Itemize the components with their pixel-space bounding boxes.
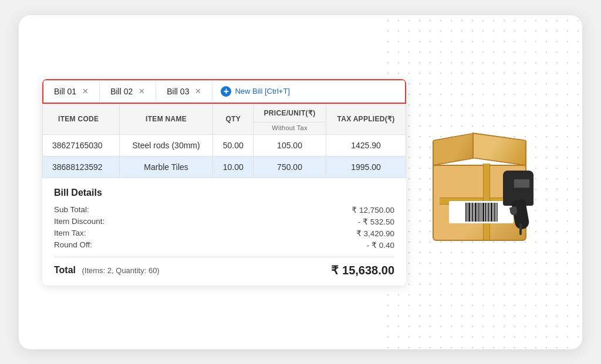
- tab-bill03[interactable]: Bill 03 ✕: [156, 81, 212, 102]
- row1-name: Steel rods (30mm): [119, 134, 213, 156]
- detail-row-subtotal: Sub Total: ₹ 12,750.00: [54, 204, 394, 216]
- col-price: PRICE/UNIT(₹) Without Tax: [253, 104, 326, 134]
- new-bill-label: New Bill [Ctrl+T]: [235, 87, 290, 96]
- new-bill-tab[interactable]: + New Bill [Ctrl+T]: [212, 80, 298, 103]
- detail-row-roundoff: Round Off: - ₹ 0.40: [54, 239, 394, 251]
- total-label: Total (Items: 2, Quantity: 60): [54, 265, 160, 275]
- box-lid-right: [472, 132, 526, 166]
- roundoff-value: - ₹ 0.40: [367, 240, 394, 250]
- tax-value: ₹ 3,420.90: [356, 229, 394, 238]
- items-table: ITEM CODE ITEM NAME QTY PRICE/UNIT(₹) Wi…: [42, 104, 406, 178]
- bc-line: [493, 203, 494, 222]
- tab-bill02-label: Bill 02: [110, 87, 133, 96]
- col-item-name: ITEM NAME: [119, 104, 213, 134]
- bill-panel: Bill 01 ✕ Bill 02 ✕ Bill 03 ✕ + New Bill…: [42, 79, 406, 285]
- bc-line: [494, 203, 495, 222]
- discount-label: Item Discount:: [54, 217, 104, 226]
- gun-window: [514, 179, 530, 188]
- plus-circle-icon: +: [221, 86, 231, 97]
- tab-bill01-close[interactable]: ✕: [82, 87, 89, 96]
- outer-container: Bill 01 ✕ Bill 02 ✕ Bill 03 ✕ + New Bill…: [19, 15, 582, 349]
- col-qty: QTY: [213, 104, 253, 134]
- total-items-info: (Items: 2, Quantity: 60): [82, 266, 159, 275]
- subtotal-label: Sub Total:: [54, 205, 89, 215]
- bc-line: [477, 203, 478, 222]
- row1-price: 105.00: [253, 134, 326, 156]
- row2-price: 750.00: [253, 156, 326, 178]
- bill-details-title: Bill Details: [54, 188, 394, 198]
- bc-line: [480, 203, 481, 222]
- bc-line: [474, 203, 474, 222]
- bc-line: [478, 203, 480, 222]
- bc-line: [496, 203, 497, 222]
- tab-bill01-label: Bill 01: [54, 87, 76, 96]
- tab-bill02-close[interactable]: ✕: [139, 87, 145, 96]
- bc-line: [491, 203, 492, 222]
- row2-code: 38688123592: [43, 156, 120, 178]
- bc-line: [471, 203, 471, 222]
- bc-line: [487, 203, 487, 222]
- detail-row-tax: Item Tax: ₹ 3,420.90: [54, 227, 394, 239]
- table-row[interactable]: 38688123592 Marble Tiles 10.00 750.00 19…: [43, 156, 406, 178]
- tab-bill03-label: Bill 03: [167, 87, 189, 96]
- row1-qty: 50.00: [213, 134, 253, 156]
- tax-label: Item Tax:: [54, 229, 86, 238]
- gun-cable: [519, 223, 522, 235]
- bc-line: [472, 203, 473, 222]
- bc-line: [481, 203, 482, 222]
- bc-line: [475, 203, 477, 222]
- tabs-row: Bill 01 ✕ Bill 02 ✕ Bill 03 ✕ + New Bill…: [42, 79, 406, 104]
- bc-line: [485, 203, 486, 222]
- bc-line: [488, 203, 489, 222]
- box-lid-left: [433, 132, 474, 165]
- total-row: Total (Items: 2, Quantity: 60) ₹ 15,638.…: [54, 257, 394, 277]
- table-header-row: ITEM CODE ITEM NAME QTY PRICE/UNIT(₹) Wi…: [43, 104, 406, 134]
- illustration: [406, 94, 559, 270]
- total-value: ₹ 15,638.00: [331, 263, 394, 277]
- row1-tax: 1425.90: [326, 134, 406, 156]
- bc-line: [467, 203, 468, 222]
- row1-code: 38627165030: [43, 134, 120, 156]
- bc-line: [489, 203, 490, 222]
- row2-name: Marble Tiles: [119, 156, 213, 178]
- discount-value: - ₹ 532.50: [358, 217, 394, 226]
- subtotal-value: ₹ 12,750.00: [352, 205, 394, 215]
- tab-bill02[interactable]: Bill 02 ✕: [100, 81, 156, 102]
- col-item-code: ITEM CODE: [43, 104, 120, 134]
- scanner-gun: [497, 171, 544, 235]
- row2-tax: 1995.00: [326, 156, 406, 178]
- tab-bill03-close[interactable]: ✕: [195, 87, 201, 96]
- detail-row-discount: Item Discount: - ₹ 532.50: [54, 216, 394, 227]
- table-row[interactable]: 38627165030 Steel rods (30mm) 50.00 105.…: [43, 134, 406, 156]
- row2-qty: 10.00: [213, 156, 253, 178]
- bill-details: Bill Details Sub Total: ₹ 12,750.00 Item…: [42, 178, 406, 285]
- tab-bill01[interactable]: Bill 01 ✕: [43, 81, 100, 102]
- bc-line: [468, 203, 470, 222]
- col-tax: TAX APPLIED(₹): [326, 104, 406, 134]
- roundoff-label: Round Off:: [54, 240, 92, 250]
- bc-line: [482, 203, 484, 222]
- box-illustration: [427, 124, 538, 241]
- bc-line: [465, 203, 467, 222]
- total-label-text: Total: [54, 265, 76, 275]
